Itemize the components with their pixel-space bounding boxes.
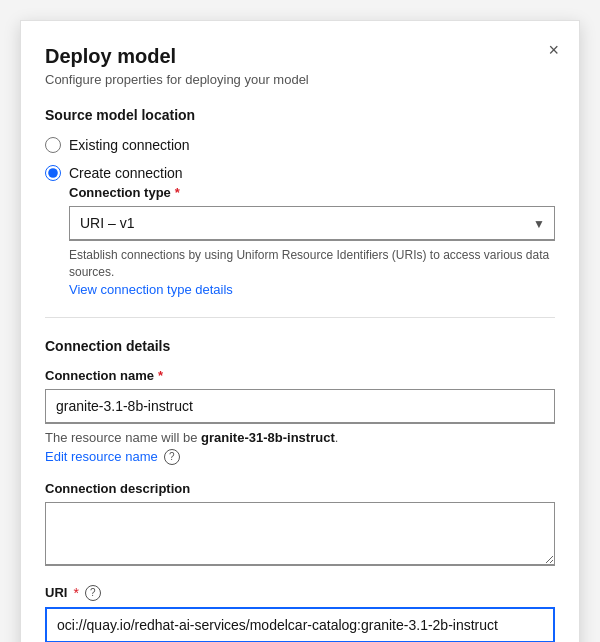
resource-name-prefix: The resource name will be bbox=[45, 430, 201, 445]
connection-description-label-row: Connection description bbox=[45, 481, 555, 496]
radio-create[interactable]: Create connection bbox=[45, 165, 555, 181]
uri-label-row: URI * ? bbox=[45, 585, 555, 601]
radio-create-input[interactable] bbox=[45, 165, 61, 181]
radio-group: Existing connection Create connection bbox=[45, 137, 555, 181]
connection-type-helper: Establish connections by using Uniform R… bbox=[69, 247, 555, 281]
connection-type-select-wrapper: URI – v1 ▼ bbox=[69, 206, 555, 241]
resource-name-text: The resource name will be granite-31-8b-… bbox=[45, 430, 555, 445]
connection-name-input[interactable] bbox=[45, 389, 555, 424]
connection-type-label: Connection type bbox=[69, 185, 171, 200]
edit-resource-link[interactable]: Edit resource name bbox=[45, 449, 158, 464]
resource-name-suffix: . bbox=[335, 430, 339, 445]
close-button[interactable]: × bbox=[544, 37, 563, 63]
connection-description-label: Connection description bbox=[45, 481, 190, 496]
uri-help-icon[interactable]: ? bbox=[85, 585, 101, 601]
uri-label: URI bbox=[45, 585, 67, 600]
edit-resource-row: Edit resource name ? bbox=[45, 449, 555, 465]
resource-name-value: granite-31-8b-instruct bbox=[201, 430, 335, 445]
section-divider bbox=[45, 317, 555, 318]
connection-description-group: Connection description bbox=[45, 481, 555, 569]
edit-resource-help-icon[interactable]: ? bbox=[164, 449, 180, 465]
deploy-modal: × Deploy model Configure properties for … bbox=[20, 20, 580, 642]
connection-name-group: Connection name * The resource name will… bbox=[45, 368, 555, 465]
modal-title: Deploy model bbox=[45, 45, 555, 68]
modal-header: Deploy model Configure properties for de… bbox=[45, 45, 555, 87]
uri-input[interactable] bbox=[45, 607, 555, 642]
uri-group: URI * ? bbox=[45, 585, 555, 642]
radio-create-label: Create connection bbox=[69, 165, 183, 181]
connection-type-section: Connection type * URI – v1 ▼ Establish c… bbox=[45, 185, 555, 297]
source-section: Source model location Existing connectio… bbox=[45, 107, 555, 297]
uri-required: * bbox=[73, 585, 78, 601]
connection-type-select[interactable]: URI – v1 bbox=[69, 206, 555, 241]
connection-name-label: Connection name bbox=[45, 368, 154, 383]
connection-details-section: Connection details Connection name * The… bbox=[45, 338, 555, 642]
connection-type-required: * bbox=[175, 185, 180, 200]
modal-subtitle: Configure properties for deploying your … bbox=[45, 72, 555, 87]
radio-existing-label: Existing connection bbox=[69, 137, 190, 153]
view-connection-type-link[interactable]: View connection type details bbox=[69, 282, 233, 297]
connection-type-group: Connection type * URI – v1 ▼ Establish c… bbox=[69, 185, 555, 297]
connection-details-title: Connection details bbox=[45, 338, 555, 354]
connection-description-input[interactable] bbox=[45, 502, 555, 566]
radio-existing[interactable]: Existing connection bbox=[45, 137, 555, 153]
source-section-title: Source model location bbox=[45, 107, 555, 123]
connection-name-required: * bbox=[158, 368, 163, 383]
connection-type-label-row: Connection type * bbox=[69, 185, 555, 200]
radio-existing-input[interactable] bbox=[45, 137, 61, 153]
connection-name-label-row: Connection name * bbox=[45, 368, 555, 383]
